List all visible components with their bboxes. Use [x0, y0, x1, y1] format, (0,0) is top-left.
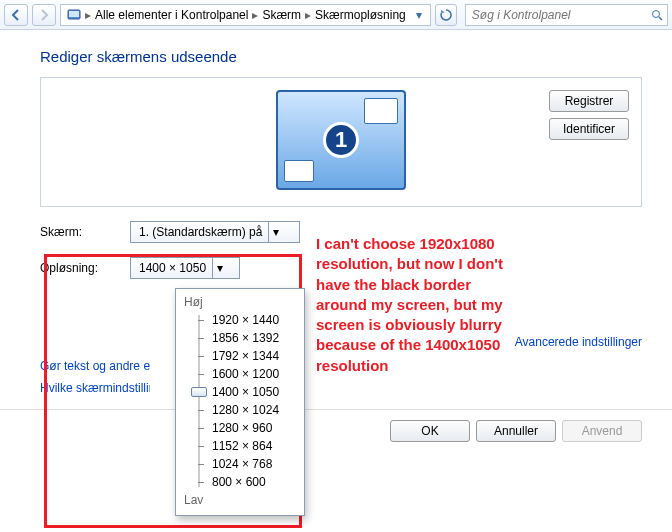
- resolution-option[interactable]: 1400 × 1050: [212, 383, 296, 401]
- desktop-thumbnail: [364, 98, 398, 124]
- resolution-option[interactable]: 800 × 600: [212, 473, 296, 491]
- breadcrumb-item-resolution[interactable]: Skærmopløsning: [315, 8, 406, 22]
- breadcrumb-root[interactable]: Alle elementer i Kontrolpanel: [95, 8, 248, 22]
- search-input[interactable]: [470, 7, 647, 23]
- search-icon: [651, 9, 663, 21]
- breadcrumb-item-skaerm[interactable]: Skærm: [262, 8, 301, 22]
- slider-high-label: Høj: [184, 295, 296, 309]
- display-preview-panel: 1 Registrer Identificer: [40, 77, 642, 207]
- resolution-option[interactable]: 1280 × 1024: [212, 401, 296, 419]
- forward-button[interactable]: [32, 4, 56, 26]
- breadcrumb[interactable]: ▸ Alle elementer i Kontrolpanel ▸ Skærm …: [60, 4, 431, 26]
- page-heading: Rediger skærmens udseende: [40, 48, 642, 65]
- control-panel-icon: [67, 8, 81, 22]
- resolution-option[interactable]: 1792 × 1344: [212, 347, 296, 365]
- resolution-option[interactable]: 1856 × 1392: [212, 329, 296, 347]
- screen-dropdown-value: 1. (Standardskærm) på: [139, 225, 262, 239]
- resolution-option[interactable]: 1024 × 768: [212, 455, 296, 473]
- resolution-option[interactable]: 1600 × 1200: [212, 365, 296, 383]
- screen-dropdown[interactable]: 1. (Standardskærm) på ▾: [130, 221, 300, 243]
- ok-button[interactable]: OK: [390, 420, 470, 442]
- resolution-option[interactable]: 1920 × 1440: [212, 311, 296, 329]
- desktop-thumbnail: [284, 160, 314, 182]
- resolution-slider-popup[interactable]: Høj 1920 × 14401856 × 13921792 × 1344160…: [175, 288, 305, 516]
- slider-track[interactable]: [198, 315, 200, 487]
- screen-label: Skærm:: [40, 225, 120, 239]
- refresh-button[interactable]: [435, 4, 457, 26]
- annotation-text: I can't choose 1920x1080 resolution, but…: [316, 234, 516, 376]
- svg-rect-1: [69, 11, 79, 17]
- resolution-option[interactable]: 1152 × 864: [212, 437, 296, 455]
- identify-button[interactable]: Identificer: [549, 118, 629, 140]
- slider-thumb[interactable]: [191, 387, 207, 397]
- detect-button[interactable]: Registrer: [549, 90, 629, 112]
- monitor-number: 1: [323, 122, 359, 158]
- slider-low-label: Lav: [184, 493, 296, 507]
- svg-point-2: [653, 10, 660, 17]
- resolution-option[interactable]: 1280 × 960: [212, 419, 296, 437]
- cancel-button[interactable]: Annuller: [476, 420, 556, 442]
- back-button[interactable]: [4, 4, 28, 26]
- monitor-preview[interactable]: 1: [276, 90, 406, 190]
- apply-button: Anvend: [562, 420, 642, 442]
- address-toolbar: ▸ Alle elementer i Kontrolpanel ▸ Skærm …: [0, 0, 672, 30]
- search-box[interactable]: [465, 4, 668, 26]
- svg-line-3: [659, 17, 662, 20]
- chevron-down-icon: ▾: [268, 222, 279, 242]
